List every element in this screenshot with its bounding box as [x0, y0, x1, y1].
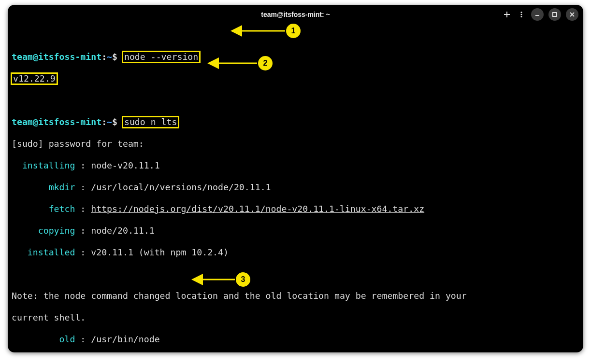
note-old: old : /usr/bin/node — [12, 334, 579, 345]
prompt-path: ~ — [107, 52, 112, 62]
terminal-body[interactable]: team@itsfoss-mint:~$ node --version v12.… — [8, 24, 583, 352]
bubble-1: 1 — [286, 24, 301, 38]
note-line-1: Note: the node command changed location … — [12, 291, 579, 302]
svg-rect-3 — [553, 13, 557, 16]
svg-point-0 — [520, 12, 522, 13]
window-title: team@itsfoss-mint: ~ — [261, 11, 330, 18]
prompt-line-2: team@itsfoss-mint:~$ sudo n lts — [12, 117, 579, 128]
old-version-highlight: v12.22.9 — [11, 72, 58, 85]
prompt-sep: : — [101, 52, 107, 62]
install-fetch: fetch : https://nodejs.org/dist/v20.11.1… — [12, 204, 579, 215]
cmd-node-version-1: node --version — [122, 51, 201, 63]
minimize-button[interactable] — [531, 8, 544, 21]
output-version-old: v12.22.9 — [12, 73, 579, 84]
maximize-button[interactable] — [548, 8, 561, 21]
annotation-1: 1 — [228, 24, 315, 39]
fetch-url: https://nodejs.org/dist/v20.11.1/node-v2… — [91, 204, 424, 214]
install-copying: copying : node/20.11.1 — [12, 225, 579, 237]
new-tab-button[interactable] — [502, 8, 512, 21]
install-installed: installed : v20.11.1 (with npm 10.2.4) — [12, 247, 579, 258]
svg-point-2 — [520, 16, 522, 17]
note-line-2: current shell. — [12, 312, 579, 323]
terminal-window: team@itsfoss-mint: ~ team@itsf — [8, 5, 583, 352]
install-mkdir: mkdir : /usr/local/n/versions/node/20.11… — [12, 182, 579, 193]
titlebar: team@itsfoss-mint: ~ — [8, 5, 583, 24]
install-installing: installing : node-v20.11.1 — [12, 160, 579, 171]
prompt-line-1: team@itsfoss-mint:~$ node --version — [12, 52, 579, 63]
close-button[interactable] — [566, 8, 578, 21]
prompt-user: team@itsfoss-mint — [12, 52, 101, 62]
sudo-prompt: [sudo] password for team: — [12, 139, 579, 150]
menu-button[interactable] — [517, 8, 526, 21]
prompt-dollar: $ — [112, 52, 123, 62]
cmd-sudo-n-lts: sudo n lts — [122, 116, 180, 128]
svg-point-1 — [520, 14, 522, 15]
